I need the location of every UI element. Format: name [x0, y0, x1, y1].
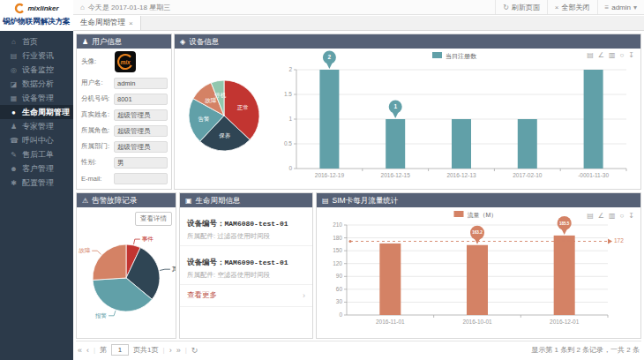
sidebar-item-lifecycle-manage[interactable]: ●生命周期管理	[0, 105, 73, 119]
sidebar-item-device-manage[interactable]: ▦设备管理	[0, 91, 73, 105]
chart-toolbox: ▤ ∠ ▥ ○ ↧	[587, 212, 634, 220]
save-image-icon[interactable]: ↧	[628, 212, 634, 220]
sidebar-item-label: 售后工单	[22, 149, 54, 161]
svg-text:当日注册数: 当日注册数	[446, 52, 477, 60]
svg-text:1.5: 1.5	[284, 91, 292, 97]
extension-field[interactable]: 8001	[114, 94, 168, 105]
lifecycle-item[interactable]: 设备编号：MAM6080-test-01 所属配件: 过滤器使用时间段	[180, 207, 312, 246]
sidebar-item-home[interactable]: ⌂首页	[0, 34, 73, 49]
bar-chart-icon[interactable]: ▥	[609, 212, 616, 220]
sidebar-item-label: 行业资讯	[22, 50, 54, 62]
device-info-title: 设备信息	[189, 37, 219, 46]
tab-close-icon[interactable]: ×	[129, 19, 133, 27]
dataview-icon[interactable]: ▤	[587, 212, 594, 220]
sidebar-item-call-center[interactable]: ☎呼叫中心	[0, 133, 73, 147]
tab-label: 生命周期管理	[80, 18, 125, 28]
next-page-button[interactable]: ›	[169, 346, 172, 355]
svg-text:2016-12-13: 2016-12-13	[446, 172, 476, 178]
separator: |	[163, 346, 165, 354]
restore-icon[interactable]: ○	[619, 51, 624, 59]
sidebar-item-label: 配置管理	[22, 177, 54, 189]
sidebar-item-device-monitor[interactable]: ◎设备监控	[0, 63, 73, 77]
sidebar-item-industry-news[interactable]: ▤行业资讯	[0, 49, 73, 63]
svg-text:0: 0	[288, 165, 292, 171]
refresh-page-button[interactable]: ↻ 刷新页面	[495, 0, 547, 14]
sidebar-item-config-manage[interactable]: ✱配置管理	[0, 176, 73, 190]
sidebar-item-aftersale-order[interactable]: ✎售后工单	[0, 147, 73, 161]
sim-traffic-panel: ▤SIM卡每月流量统计 ▤ ∠ ▥ ○ ↧ 030609012015018021…	[316, 192, 641, 339]
close-all-button[interactable]: × 全部关闭	[547, 0, 597, 14]
department-field[interactable]: 超级管理员	[114, 141, 168, 153]
pencil-icon: ✎	[10, 151, 18, 159]
page-suffix: 页共1页	[133, 345, 158, 355]
realname-field[interactable]: 超级管理员	[114, 109, 168, 121]
dataview-icon[interactable]: ▤	[587, 51, 594, 59]
field-label: 性别:	[81, 158, 114, 167]
brand-name: mixlinker	[27, 4, 58, 12]
date-text: 今天是 2017-01-18 星期三	[88, 3, 170, 12]
sim-traffic-bar-chart[interactable]: 03060901201501802102016-11-012016-10-012…	[317, 207, 640, 338]
last-page-button[interactable]: »	[176, 346, 181, 355]
separator: |	[185, 346, 187, 354]
svg-text:mix: mix	[120, 59, 131, 65]
device-icon: ◈	[180, 38, 185, 46]
page-number-input[interactable]	[111, 344, 129, 356]
role-field[interactable]: 超级管理员	[114, 125, 168, 137]
avatar-label: 头像:	[81, 57, 114, 66]
phone-icon: ☎	[10, 137, 18, 145]
sidebar-item-expert-manage[interactable]: ♟专家管理	[0, 119, 73, 133]
sim-traffic-header: ▤SIM卡每月流量统计	[317, 193, 640, 207]
first-page-button[interactable]: «	[78, 346, 82, 355]
sidebar-item-customer-manage[interactable]: ☻客户管理	[0, 161, 73, 176]
lifecycle-icon: ●	[10, 109, 18, 116]
svg-text:故障: 故障	[79, 247, 91, 254]
news-icon: ▤	[10, 52, 18, 60]
device-code-value: MAM6080-test-01	[225, 220, 288, 228]
svg-text:正常: 正常	[237, 104, 249, 110]
view-more-link[interactable]: 查看更多 ›	[180, 285, 312, 307]
line-chart-icon[interactable]: ∠	[598, 212, 604, 220]
device-info-header: ◈设备信息	[175, 34, 640, 49]
sidebar-item-data-analysis[interactable]: ◪数据分析	[0, 77, 73, 91]
app-root: mixlinker 锅炉物联网解决方案 ⌂首页 ▤行业资讯 ◎设备监控 ◪数据分…	[0, 0, 644, 360]
avatar: mix	[114, 50, 137, 73]
line-chart-icon[interactable]: ∠	[598, 51, 604, 59]
restore-icon[interactable]: ○	[619, 212, 624, 220]
chevron-right-icon: ›	[303, 291, 305, 300]
user-menu-label: admin	[611, 4, 631, 11]
svg-text:1: 1	[393, 103, 397, 109]
bar-chart-icon[interactable]: ▥	[609, 51, 616, 59]
app-title: 锅炉物联网解决方案	[0, 17, 73, 27]
save-image-icon[interactable]: ↧	[628, 51, 634, 59]
config-icon: ✱	[10, 179, 18, 187]
user-menu[interactable]: ≡ admin ▾	[597, 0, 644, 14]
svg-text:172: 172	[614, 237, 624, 244]
user-field-row: 所属部门:超级管理员	[77, 139, 171, 154]
pagination-bar: « ‹ | 第 页共1页 | › » | ↻ 显示第 1 条到 2 条记录，一共…	[76, 341, 641, 358]
tabbar: 生命周期管理 ×	[73, 16, 644, 31]
device-code-label: 设备编号：	[187, 258, 225, 266]
daily-register-bar-chart[interactable]: 00.511.522016-12-192016-12-152016-12-132…	[273, 49, 640, 188]
topbar: ⌂ 今天是 2017-01-18 星期三 ↻ 刷新页面 × 全部关闭 ≡ adm…	[73, 0, 644, 15]
chart-toolbox: ▤ ∠ ▥ ○ ↧	[587, 51, 634, 59]
lifecycle-item[interactable]: 设备编号：MAM6090-test-01 所属配件: 空滤器使用时间段	[180, 246, 312, 285]
prev-page-button[interactable]: ‹	[86, 346, 89, 355]
refresh-page-label: 刷新页面	[512, 3, 540, 12]
svg-text:报警: 报警	[94, 312, 108, 319]
username-field[interactable]: admin	[114, 78, 168, 89]
field-label: 所属部门:	[81, 142, 114, 151]
home-icon: ⌂	[10, 38, 18, 46]
svg-text:其他: 其他	[171, 266, 176, 273]
tab-lifecycle-manage[interactable]: 生命周期管理 ×	[73, 16, 141, 30]
gender-field[interactable]: 男	[114, 157, 168, 169]
alarm-fault-pie-chart[interactable]: 事件其他报警故障	[77, 221, 176, 336]
email-field[interactable]	[114, 173, 168, 184]
view-more-label: 查看更多	[187, 290, 217, 301]
svg-text:事件: 事件	[142, 236, 154, 242]
monitor-icon: ◎	[10, 66, 18, 74]
sidebar-item-label: 首页	[22, 36, 38, 48]
chevron-down-icon: ▾	[633, 4, 637, 11]
device-status-pie-chart[interactable]: 正常保养告警故障停机	[175, 49, 273, 188]
refresh-list-icon[interactable]: ↻	[191, 346, 198, 355]
sidebar-item-label: 设备管理	[22, 93, 54, 104]
